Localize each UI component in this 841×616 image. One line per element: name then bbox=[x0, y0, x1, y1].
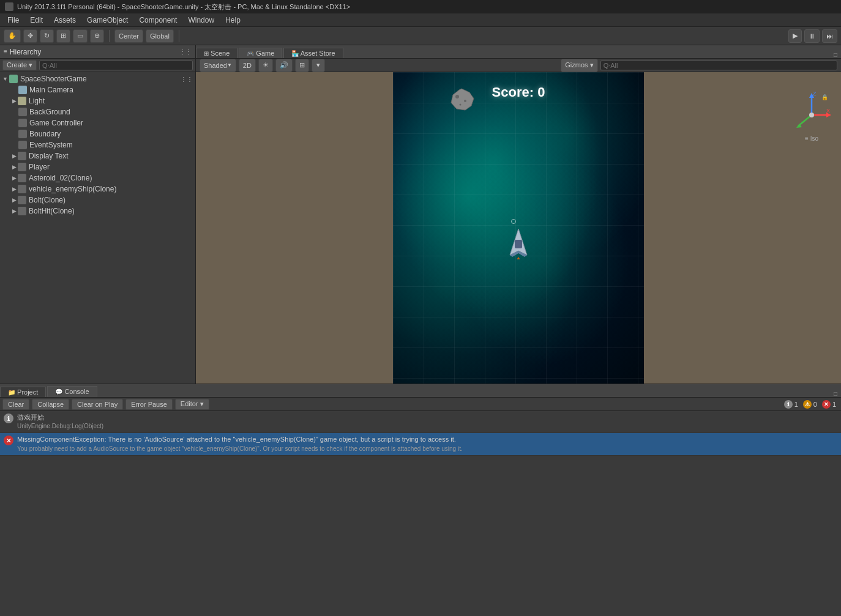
fx-dropdown[interactable]: ▾ bbox=[312, 59, 325, 72]
clear-button[interactable]: Clear bbox=[2, 399, 29, 410]
scale-tool[interactable]: ⊞ bbox=[56, 29, 70, 43]
shading-dropdown[interactable]: Shaded bbox=[200, 59, 236, 72]
move-tool[interactable]: ✥ bbox=[23, 29, 37, 43]
go-icon bbox=[18, 130, 27, 138]
go-icon bbox=[18, 196, 26, 204]
asteroid-object bbox=[448, 87, 476, 114]
hier-item-bolthit[interactable]: ▶ BoltHit(Clone) bbox=[0, 206, 195, 217]
tab-project[interactable]: 📁 Project bbox=[0, 387, 46, 397]
hier-item-label: Main Camera bbox=[29, 86, 73, 94]
camera-icon bbox=[18, 86, 27, 94]
bottom-tabs: 📁 Project 💬 Console □ bbox=[0, 384, 841, 398]
gizmo-svg: Z X 🔒 bbox=[787, 91, 836, 139]
hier-item-label: SpaceShooterGame bbox=[20, 75, 87, 83]
menu-gameobject[interactable]: GameObject bbox=[82, 15, 133, 26]
scene-search[interactable] bbox=[600, 61, 837, 70]
hier-item-label: BackGround bbox=[29, 108, 70, 116]
arrow-icon: ▶ bbox=[12, 153, 17, 159]
step-button[interactable]: ⏭ bbox=[822, 29, 837, 43]
svg-marker-0 bbox=[451, 89, 474, 110]
scene-toolbar: Shaded 2D ☀ 🔊 ⊞ ▾ Gizmos ▾ bbox=[196, 59, 841, 72]
log-line2-1: You probably need to add a AudioSource t… bbox=[17, 445, 463, 453]
hier-item-gamecontroller[interactable]: Game Controller bbox=[0, 117, 195, 128]
hier-item-player[interactable]: ▶ Player bbox=[0, 161, 195, 173]
hier-options-icon: ⋮⋮ bbox=[181, 76, 193, 83]
go-icon bbox=[18, 163, 26, 171]
log-line1-1: MissingComponentException: There is no '… bbox=[17, 435, 463, 444]
scene-expand[interactable]: □ bbox=[834, 51, 837, 58]
go-icon bbox=[9, 75, 18, 83]
lighting-button[interactable]: ☀ bbox=[258, 59, 273, 72]
tab-game[interactable]: 🎮 Game bbox=[239, 48, 282, 58]
play-button[interactable]: ▶ bbox=[788, 29, 802, 43]
hier-item-light[interactable]: ▶ Light bbox=[0, 95, 195, 106]
svg-point-1 bbox=[455, 95, 459, 98]
main-layout: ≡ Hierarchy ⋮⋮ Create ▾ ▼ SpaceShooterGa… bbox=[0, 45, 841, 616]
tab-scene[interactable]: ⊞ Scene bbox=[196, 48, 237, 58]
console-toolbar: Clear Collapse Clear on Play Error Pause… bbox=[0, 398, 841, 411]
hier-item-maincamera[interactable]: Main Camera bbox=[0, 84, 195, 95]
menu-file[interactable]: File bbox=[2, 15, 24, 26]
go-icon bbox=[18, 152, 26, 160]
warn-count: 0 bbox=[813, 401, 817, 408]
menu-help[interactable]: Help bbox=[220, 15, 245, 26]
hier-item-label: Boundary bbox=[29, 130, 61, 138]
hier-item-eventsystem[interactable]: EventSystem bbox=[0, 139, 195, 150]
fx-button[interactable]: ⊞ bbox=[295, 59, 309, 72]
hier-item-enemyship[interactable]: ▶ vehicle_enemyShip(Clone) bbox=[0, 184, 195, 195]
hierarchy-options[interactable]: ⋮⋮ bbox=[179, 48, 192, 55]
transform-tool[interactable]: ⊕ bbox=[90, 29, 104, 43]
hier-item-root[interactable]: ▼ SpaceShooterGame ⋮⋮ bbox=[0, 73, 195, 84]
tab-assetstore[interactable]: 🏪 Asset Store bbox=[283, 48, 343, 58]
score-display: Score: 0 bbox=[492, 84, 545, 100]
menu-component[interactable]: Component bbox=[134, 15, 182, 26]
create-button[interactable]: Create ▾ bbox=[2, 60, 37, 70]
space-button[interactable]: Global bbox=[146, 29, 174, 43]
hand-tool[interactable]: ✋ bbox=[4, 29, 21, 43]
pause-button[interactable]: ⏸ bbox=[804, 29, 820, 43]
log-entry-0[interactable]: ℹ 游戏开始 UnityEngine.Debug:Log(Object) bbox=[0, 411, 841, 433]
menu-bar: File Edit Assets GameObject Component Wi… bbox=[0, 13, 841, 27]
hier-item-label: Asteroid_02(Clone) bbox=[29, 174, 92, 182]
hier-item-asteroid[interactable]: ▶ Asteroid_02(Clone) bbox=[0, 173, 195, 184]
log-entry-1[interactable]: ✕ MissingComponentException: There is no… bbox=[0, 433, 841, 455]
hier-item-label: Player bbox=[29, 163, 50, 171]
error-pause-button[interactable]: Error Pause bbox=[125, 399, 173, 410]
2d-button[interactable]: 2D bbox=[239, 59, 256, 72]
hier-item-background[interactable]: BackGround bbox=[0, 106, 195, 117]
hier-item-label: EventSystem bbox=[29, 141, 73, 149]
log-icon-error: ✕ bbox=[4, 436, 13, 445]
arrow-icon: ▶ bbox=[12, 208, 17, 214]
arrow-icon: ▶ bbox=[12, 98, 17, 104]
svg-text:🔒: 🔒 bbox=[821, 94, 829, 101]
rect-tool[interactable]: ▭ bbox=[73, 29, 88, 43]
menu-window[interactable]: Window bbox=[183, 15, 219, 26]
error-count: 1 bbox=[832, 401, 836, 408]
collapse-button[interactable]: Collapse bbox=[32, 399, 69, 410]
editor-button[interactable]: Editor ▾ bbox=[175, 399, 209, 410]
hier-item-label: Display Text bbox=[29, 152, 68, 160]
hier-item-displaytext[interactable]: ▶ Display Text bbox=[0, 150, 195, 161]
upper-area: ≡ Hierarchy ⋮⋮ Create ▾ ▼ SpaceShooterGa… bbox=[0, 45, 841, 384]
menu-assets[interactable]: Assets bbox=[49, 15, 81, 26]
go-icon bbox=[18, 207, 26, 215]
svg-rect-6 bbox=[515, 240, 522, 248]
hier-item-bolt[interactable]: ▶ Bolt(Clone) bbox=[0, 195, 195, 206]
hier-item-boundary[interactable]: Boundary bbox=[0, 128, 195, 139]
gizmos-button[interactable]: Gizmos ▾ bbox=[561, 59, 597, 72]
scene-tabs: ⊞ Scene 🎮 Game 🏪 Asset Store □ bbox=[196, 45, 841, 59]
bottom-expand[interactable]: □ bbox=[834, 390, 837, 397]
svg-marker-7 bbox=[516, 257, 521, 259]
audio-button[interactable]: 🔊 bbox=[275, 59, 293, 72]
menu-edit[interactable]: Edit bbox=[25, 15, 48, 26]
clear-on-play-button[interactable]: Clear on Play bbox=[72, 399, 123, 410]
pivot-button[interactable]: Center bbox=[114, 29, 143, 43]
tab-console[interactable]: 💬 Console bbox=[47, 386, 97, 397]
hierarchy-search[interactable] bbox=[39, 61, 193, 70]
gizmo-widget: Z X 🔒 ≡ Iso bbox=[787, 91, 836, 139]
hierarchy-title: Hierarchy bbox=[10, 48, 41, 56]
game-viewport: Score: 0 bbox=[393, 72, 644, 384]
svg-point-2 bbox=[464, 100, 466, 102]
rotate-tool[interactable]: ↻ bbox=[40, 29, 54, 43]
warn-badge-icon: ⚠ bbox=[803, 400, 812, 409]
